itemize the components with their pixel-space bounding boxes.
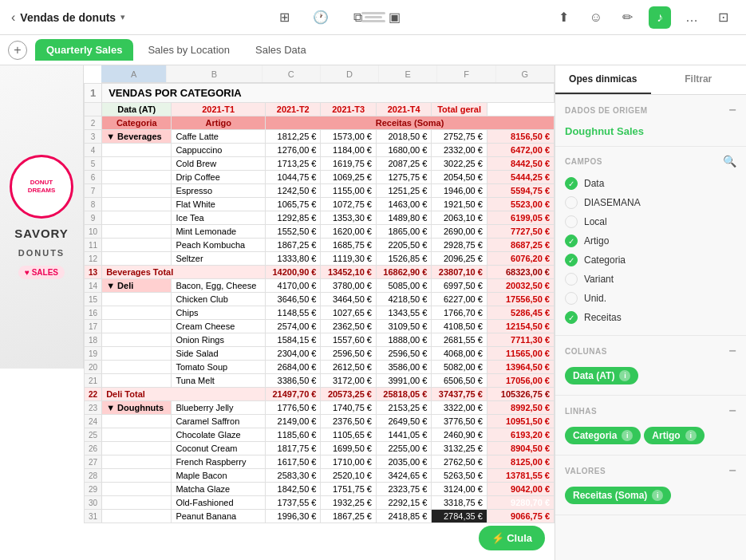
fields-list: DataDIASEMANALocalArtigoCategoriaVariant…	[565, 174, 736, 327]
receitas-info-icon[interactable]: i	[652, 490, 663, 501]
receitas-soma-pill-label: Receitas (Soma)	[573, 490, 647, 501]
music-icon[interactable]: ♪	[649, 6, 671, 29]
header-row-1: Data (AT) 2021-T1 2021-T2 2021-T3 2021-T…	[85, 103, 555, 116]
field-label-local: Local	[584, 216, 607, 227]
tab-filtrar[interactable]: Filtrar	[651, 65, 747, 94]
valores-pills: Receitas (Soma) i	[565, 484, 736, 507]
data-at-header: Data (AT)	[102, 103, 172, 116]
clock-icon[interactable]: 🕐	[310, 6, 332, 29]
chevron-down-icon[interactable]: ▾	[120, 12, 125, 22]
col-b-indicator[interactable]: B	[167, 65, 262, 82]
col-a-indicator[interactable]: A	[101, 65, 167, 82]
valores-section-title: VALORES −	[565, 463, 736, 478]
field-checkbox-diasemana[interactable]	[565, 196, 578, 209]
t1-header: 2021-T1	[172, 103, 266, 116]
back-button[interactable]: ‹	[11, 10, 15, 25]
beverages-subtotal-row: 13 Beverages Total 14200,90 € 13452,10 €…	[85, 266, 555, 279]
item-caffe-latte: Caffe Latte	[172, 130, 266, 144]
col-indicator: A B C D E F G	[101, 65, 555, 83]
spreadsheet-area: DONUT DREAMS SAVORY DONUTS ♥ SALES A B C…	[0, 65, 555, 560]
toolbar-right: ⬆ ☺ ✏ ♪ … ⊡	[553, 6, 735, 29]
field-item-receitas[interactable]: Receitas	[565, 308, 736, 327]
field-item-categoria[interactable]: Categoria	[565, 250, 736, 270]
more-icon[interactable]: …	[681, 6, 703, 29]
row-num-h2: 2	[85, 116, 102, 130]
clula-button[interactable]: ⚡ Clula	[479, 526, 545, 550]
colunas-collapse-icon[interactable]: −	[728, 344, 736, 358]
tab-sales-data[interactable]: Sales Data	[244, 39, 318, 61]
row-num-h1	[85, 103, 102, 116]
source-link[interactable]: Doughnut Sales	[565, 125, 644, 137]
campos-section: CAMPOS 🔍 DataDIASEMANALocalArtigoCategor…	[555, 147, 746, 336]
media-icon[interactable]: ▣	[383, 6, 405, 29]
data-at-info-icon[interactable]: i	[619, 370, 630, 381]
source-collapse-icon[interactable]: −	[728, 103, 736, 117]
logo-text2: DONUTS	[18, 248, 65, 258]
field-item-unid.[interactable]: Unid.	[565, 289, 736, 308]
colunas-section: COLUNAS − Data (AT) i	[555, 336, 746, 396]
artigo-pill[interactable]: Artigo i	[644, 427, 704, 444]
col-g-indicator[interactable]: G	[496, 65, 555, 82]
table-row: 18 Onion Rings 1584,15 € 1557,60 € 1888,…	[85, 333, 555, 347]
valores-section: VALORES − Receitas (Soma) i	[555, 455, 746, 515]
categoria-pill-label: Categoria	[573, 430, 617, 441]
add-tab-button[interactable]: +	[8, 41, 27, 60]
categoria-pill[interactable]: Categoria i	[565, 427, 641, 444]
logo-area: DONUT DREAMS SAVORY DONUTS ♥ SALES	[0, 65, 84, 369]
table-row: 24 Caramel Saffron 2149,00 € 2376,50 € 2…	[85, 415, 555, 428]
data-at-pill[interactable]: Data (AT) i	[565, 367, 638, 385]
tab-sales-by-location[interactable]: Sales by Location	[136, 39, 241, 61]
table-row: 30 Old-Fashioned 1737,55 € 1932,25 € 229…	[85, 496, 555, 510]
artigo-info-icon[interactable]: i	[685, 430, 697, 441]
col-e-indicator[interactable]: E	[379, 65, 437, 82]
field-checkbox-local[interactable]	[565, 215, 578, 228]
right-panel: Opes dinmicas Filtrar DADOS DE ORIGEM − …	[555, 65, 746, 560]
valores-collapse-icon[interactable]: −	[728, 463, 736, 478]
table-row: 9 Ice Tea 1292,85 € 1353,30 € 1489,80 € …	[85, 211, 555, 225]
table-row: 29 Matcha Glaze 1842,50 € 1751,75 € 2323…	[85, 483, 555, 496]
search-icon[interactable]: 🔍	[723, 155, 737, 168]
table-row: 31 Peanut Banana 1996,30 € 1867,25 € 241…	[85, 510, 555, 523]
field-item-diasemana[interactable]: DIASEMANA	[565, 193, 736, 212]
header-row-2: 2 Categoria Artigo Receitas (Soma)	[85, 116, 555, 130]
table-row: 10 Mint Lemonade 1552,50 € 1620,00 € 186…	[85, 225, 555, 239]
table-icon[interactable]: ⊞	[273, 6, 295, 29]
item-col-header: Artigo	[172, 116, 266, 130]
tab-quarterly-sales[interactable]: Quarterly Sales	[35, 39, 133, 61]
linhas-collapse-icon[interactable]: −	[728, 404, 736, 418]
logo-text3: ♥ SALES	[18, 266, 65, 279]
panel-tabs: Opes dinmicas Filtrar	[555, 65, 746, 95]
categoria-info-icon[interactable]: i	[622, 430, 633, 441]
field-label-diasemana: DIASEMANA	[584, 197, 641, 208]
col-f-indicator[interactable]: F	[437, 65, 495, 82]
table-row: 25 Chocolate Glaze 1185,60 € 1105,65 € 1…	[85, 428, 555, 442]
field-checkbox-artigo[interactable]	[565, 235, 578, 247]
field-item-data[interactable]: Data	[565, 174, 736, 193]
pen-icon[interactable]: ✏	[617, 6, 639, 29]
linhas-section-title: LINHAS −	[565, 404, 736, 418]
field-checkbox-unid.[interactable]	[565, 292, 578, 305]
grid-icon[interactable]: ⊡	[712, 6, 735, 29]
field-item-artigo[interactable]: Artigo	[565, 231, 736, 250]
emoji-icon[interactable]: ☺	[585, 6, 607, 29]
col-d-indicator[interactable]: D	[321, 65, 379, 82]
field-item-variant[interactable]: Variant	[565, 270, 736, 289]
toolbar-center: ⊞ 🕐 ⧉ ▣	[273, 6, 405, 29]
receitas-soma-pill[interactable]: Receitas (Soma) i	[565, 487, 671, 504]
field-checkbox-categoria[interactable]	[565, 254, 578, 266]
main-content: DONUT DREAMS SAVORY DONUTS ♥ SALES A B C…	[0, 65, 746, 560]
source-section-title: DADOS DE ORIGEM −	[565, 103, 736, 117]
top-bar: ‹ Vendas de donuts ▾ ⊞ 🕐 ⧉ ▣ ⬆ ☺ ✏ ♪ … ⊡	[0, 0, 746, 35]
table-container: A B C D E F G 1 VENDAS POR CATEGORIA Dat…	[84, 65, 555, 560]
title-row: 1 VENDAS POR CATEGORIA	[85, 84, 555, 103]
table-row: 3 ▼ Beverages Caffe Latte 1812,25 € 1573…	[85, 130, 555, 144]
field-checkbox-receitas[interactable]	[565, 311, 578, 324]
share-icon[interactable]: ⬆	[553, 6, 575, 29]
col-c-indicator[interactable]: C	[262, 65, 321, 82]
field-checkbox-data[interactable]	[565, 177, 578, 190]
tab-opes-dinmicas[interactable]: Opes dinmicas	[555, 65, 651, 94]
beverages-category: ▼ Beverages	[102, 130, 172, 144]
field-checkbox-variant[interactable]	[565, 273, 578, 286]
field-item-local[interactable]: Local	[565, 212, 736, 231]
table-row: 21 Tuna Melt 3386,50 € 3172,00 € 3991,00…	[85, 374, 555, 388]
